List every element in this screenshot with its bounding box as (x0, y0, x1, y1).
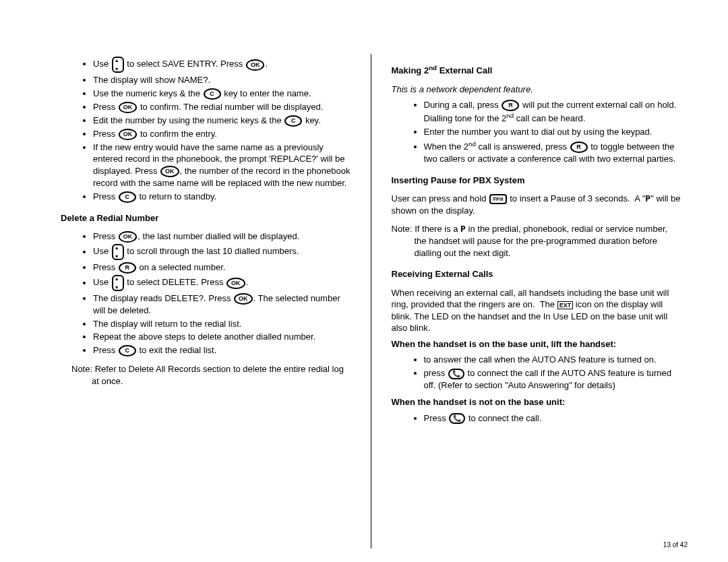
list-item: Use to scroll through the last 10 dialle… (93, 244, 351, 260)
ext-icon: EXT (557, 301, 574, 309)
list-item: Repeat the above steps to delete another… (93, 331, 351, 343)
superscript: nd (429, 64, 437, 71)
ok-key-icon: OK (119, 102, 138, 113)
list-item: If the new entry would have the same nam… (93, 142, 351, 189)
instruction-list-4: to answer the call when the AUTO ANS fea… (402, 354, 681, 391)
para-pause: User can press and hold #P/II to insert … (392, 193, 681, 216)
list-item: The display will return to the redial li… (93, 318, 351, 330)
list-item: Enter the number you want to dial out by… (424, 126, 681, 138)
list-item: Press C to return to standby. (93, 191, 351, 203)
subheading-off-base: When the handset is not on the base unit… (392, 396, 681, 408)
heading-delete-redial: Delete a Redial Number (61, 212, 351, 224)
list-item: Use to select DELETE. Press OK. (93, 275, 351, 291)
list-item: Press OK, the last number dialled will b… (93, 230, 351, 243)
ok-key-icon: OK (160, 166, 179, 177)
nav-key-icon (112, 244, 124, 260)
ok-key-icon: OK (119, 129, 138, 140)
c-key-icon: C (204, 88, 221, 100)
note-pause: Note: If there is a P in the predial, ph… (392, 223, 681, 259)
list-item: Press OK to confirm the entry. (93, 128, 351, 140)
list-item: Use to select SAVE ENTRY. Press OK. (93, 57, 351, 73)
heading-pause: Inserting Pause for PBX System (392, 175, 681, 187)
r-key-icon: R (502, 100, 519, 111)
list-item: to answer the call when the AUTO ANS fea… (424, 354, 681, 366)
nav-key-icon (112, 57, 124, 73)
list-item: During a call, press R will put the curr… (424, 99, 681, 125)
superscript: nd (468, 140, 476, 148)
c-key-icon: C (284, 115, 302, 127)
ok-key-icon: OK (226, 278, 245, 289)
p-symbol: P (645, 193, 650, 204)
c-key-icon: C (119, 191, 136, 203)
ok-key-icon: OK (119, 231, 138, 243)
heading-text: Making 2 (392, 65, 429, 75)
r-key-icon: R (570, 142, 588, 153)
subheading-on-base: When the handset is on the base unit, li… (392, 338, 681, 350)
list-item: press 📞 to connect the call if the AUTO … (424, 367, 681, 391)
ok-key-icon: OK (234, 293, 253, 305)
list-item: When the 2nd call is answered, press R t… (424, 139, 681, 165)
list-item: The display will show NAME?. (93, 74, 351, 86)
instruction-list-1: Use to select SAVE ENTRY. Press OK. The … (71, 57, 351, 203)
list-item: Edit the number by using the numeric key… (93, 115, 351, 127)
p-symbol: P (460, 224, 466, 234)
instruction-list-2: Press OK, the last number dialled will b… (71, 230, 351, 356)
nav-key-icon (112, 275, 124, 291)
talk-key-icon: 📞 (448, 369, 464, 379)
heading-2nd-call: Making 2nd External Call (392, 63, 681, 77)
list-item: Press C to exit the redial list. (93, 344, 351, 356)
right-column: Making 2nd External Call This is a netwo… (385, 54, 688, 549)
left-column: Use to select SAVE ENTRY. Press OK. The … (54, 54, 357, 549)
heading-text: External Call (437, 65, 492, 75)
heading-receiving: Receiving External Calls (392, 268, 681, 280)
page-number: 13 of 42 (663, 541, 688, 549)
list-item: Press 📞 to connect the call. (424, 412, 681, 425)
list-item: The display reads DELETE?. Press OK. The… (93, 292, 351, 317)
network-note: This is a network dependent feature. (392, 84, 681, 96)
talk-key-icon: 📞 (449, 413, 465, 424)
ok-key-icon: OK (246, 59, 265, 71)
instruction-list-3: During a call, press R will put the curr… (402, 99, 681, 164)
list-item: Press R on a selected number. (93, 261, 351, 274)
c-key-icon: C (119, 345, 136, 356)
list-item: Press OK to confirm. The redial number w… (93, 101, 351, 113)
column-divider (371, 54, 371, 549)
superscript: nd (506, 112, 514, 119)
r-key-icon: R (119, 262, 136, 274)
note-delete-all: Note: Refer to Delete All Records sectio… (71, 363, 351, 387)
instruction-list-5: Press 📞 to connect the call. (402, 412, 681, 425)
page: Use to select SAVE ENTRY. Press OK. The … (0, 0, 728, 562)
list-item: Use the numeric keys & the C key to ente… (93, 88, 351, 100)
para-receiving: When receiving an external call, all han… (392, 287, 681, 334)
hash-key-icon: #P/II (489, 194, 507, 204)
